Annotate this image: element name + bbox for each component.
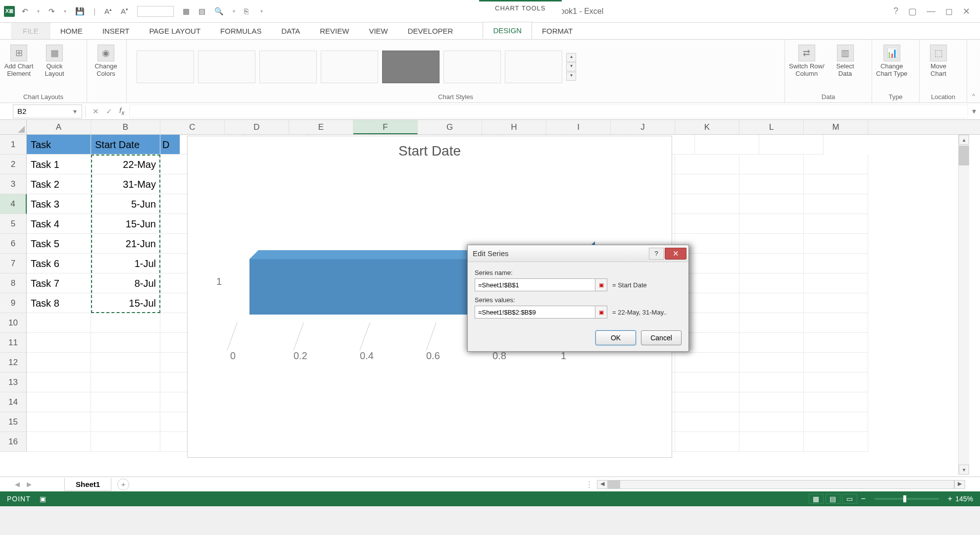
column-header-F[interactable]: F — [353, 120, 418, 134]
chart-style-thumb[interactable] — [259, 51, 317, 83]
undo-dropdown-icon[interactable]: ▾ — [35, 7, 42, 15]
increase-font-icon[interactable]: A▴ — [102, 6, 114, 16]
range-selector-icon[interactable]: ▣ — [595, 278, 607, 291]
ok-button[interactable]: OK — [595, 330, 636, 345]
tab-file[interactable]: FILE — [11, 23, 50, 39]
cell[interactable] — [27, 432, 91, 452]
cell-A9[interactable]: Task 8 — [27, 293, 91, 313]
cell-A4[interactable]: Task 3 — [27, 194, 91, 214]
ribbon-collapse-icon[interactable]: ^ — [967, 40, 980, 103]
ribbon-display-icon[interactable]: ▢ — [908, 6, 917, 17]
change-chart-type-button[interactable]: 📊Change Chart Type — [876, 45, 907, 77]
cell[interactable] — [675, 194, 739, 214]
cell[interactable] — [739, 333, 804, 353]
maximize-icon[interactable]: ◻ — [945, 6, 953, 17]
cell[interactable] — [804, 432, 868, 452]
cell[interactable] — [739, 412, 804, 432]
new-sheet-button[interactable]: + — [117, 479, 129, 490]
column-header-A[interactable]: A — [27, 120, 91, 134]
cell[interactable] — [804, 293, 868, 313]
cell[interactable] — [675, 432, 739, 452]
cell-C1[interactable]: D — [160, 135, 180, 155]
cell[interactable] — [675, 373, 739, 392]
cell[interactable] — [804, 174, 868, 194]
scroll-right-icon[interactable]: ▶ — [954, 480, 965, 489]
cell[interactable] — [804, 254, 868, 273]
cell[interactable] — [739, 214, 804, 234]
close-icon[interactable]: ✕ — [963, 6, 970, 17]
chart-style-thumb[interactable] — [505, 51, 562, 83]
undo-icon[interactable]: ↶ — [20, 6, 30, 17]
tab-review[interactable]: REVIEW — [310, 23, 359, 39]
redo-dropdown-icon[interactable]: ▾ — [62, 7, 68, 15]
cell[interactable] — [804, 373, 868, 392]
expand-formula-bar-icon[interactable]: ▾ — [968, 107, 980, 116]
cell[interactable] — [739, 373, 804, 392]
series-values-input[interactable] — [475, 306, 595, 319]
cell[interactable] — [804, 313, 868, 333]
select-data-button[interactable]: ▥Select Data — [831, 45, 860, 77]
cell[interactable] — [804, 155, 868, 174]
cell-B2[interactable]: 22-May — [91, 155, 160, 174]
cell[interactable] — [91, 412, 160, 432]
cell[interactable] — [739, 432, 804, 452]
gallery-spinner[interactable]: ▴▾▾ — [566, 53, 576, 81]
cell[interactable] — [804, 333, 868, 353]
vertical-scrollbar[interactable]: ▴ ▾ — [958, 135, 969, 475]
formula-input[interactable] — [129, 105, 968, 118]
cell[interactable] — [739, 155, 804, 174]
cell[interactable] — [675, 353, 739, 373]
zoom-out-icon[interactable]: − — [858, 494, 869, 503]
chart-style-thumb[interactable] — [198, 51, 255, 83]
chart-style-thumb[interactable] — [443, 51, 501, 83]
dropdown-icon[interactable]: ▼ — [72, 108, 78, 114]
dialog-help-icon[interactable]: ? — [649, 248, 664, 260]
fx-icon[interactable]: fx — [119, 106, 129, 116]
tab-formulas[interactable]: FORMULAS — [210, 23, 271, 39]
chart-style-thumb[interactable] — [137, 51, 194, 83]
cell[interactable] — [27, 333, 91, 353]
cell[interactable] — [739, 353, 804, 373]
cell[interactable] — [27, 353, 91, 373]
column-header-M[interactable]: M — [804, 120, 868, 134]
scroll-thumb[interactable] — [959, 146, 969, 165]
sheet-tab[interactable]: Sheet1 — [64, 478, 111, 491]
enter-formula-icon[interactable]: ✓ — [106, 107, 112, 116]
cell[interactable] — [695, 135, 759, 155]
cell[interactable] — [739, 234, 804, 254]
cell-B9[interactable]: 15-Jul — [91, 293, 160, 313]
cell-A1[interactable]: Task — [27, 135, 91, 155]
macro-record-icon[interactable]: ▣ — [40, 495, 46, 503]
cancel-formula-icon[interactable]: ✕ — [93, 107, 99, 116]
dialog-close-icon[interactable]: ✕ — [665, 248, 686, 260]
cell-B1[interactable]: Start Date — [91, 135, 160, 155]
column-header-B[interactable]: B — [91, 120, 160, 134]
cell[interactable] — [804, 273, 868, 293]
cell[interactable] — [27, 313, 91, 333]
cell-B3[interactable]: 31-May — [91, 174, 160, 194]
cell[interactable] — [739, 194, 804, 214]
qat-customize-icon[interactable]: ▾ — [258, 7, 265, 15]
cell[interactable] — [804, 234, 868, 254]
tab-insert[interactable]: INSERT — [93, 23, 140, 39]
cell[interactable] — [27, 412, 91, 432]
column-header-K[interactable]: K — [675, 120, 739, 134]
cell-A3[interactable]: Task 2 — [27, 174, 91, 194]
cell[interactable] — [739, 174, 804, 194]
font-size-box[interactable] — [137, 6, 174, 17]
cell[interactable] — [27, 373, 91, 392]
column-header-L[interactable]: L — [739, 120, 804, 134]
series-name-input[interactable] — [475, 278, 595, 291]
add-chart-element-button[interactable]: ⊞Add Chart Element — [4, 45, 34, 77]
tab-developer[interactable]: DEVELOPER — [398, 23, 463, 39]
cell[interactable] — [91, 373, 160, 392]
save-icon[interactable]: 💾 — [73, 6, 87, 17]
column-header-C[interactable]: C — [160, 120, 225, 134]
cell[interactable] — [91, 313, 160, 333]
cell-B4[interactable]: 5-Jun — [91, 194, 160, 214]
dropdown-icon[interactable]: ▾ — [231, 7, 237, 15]
cell[interactable] — [739, 273, 804, 293]
cell-B8[interactable]: 8-Jul — [91, 273, 160, 293]
cell-B5[interactable]: 15-Jun — [91, 214, 160, 234]
redo-icon[interactable]: ↷ — [47, 6, 57, 17]
